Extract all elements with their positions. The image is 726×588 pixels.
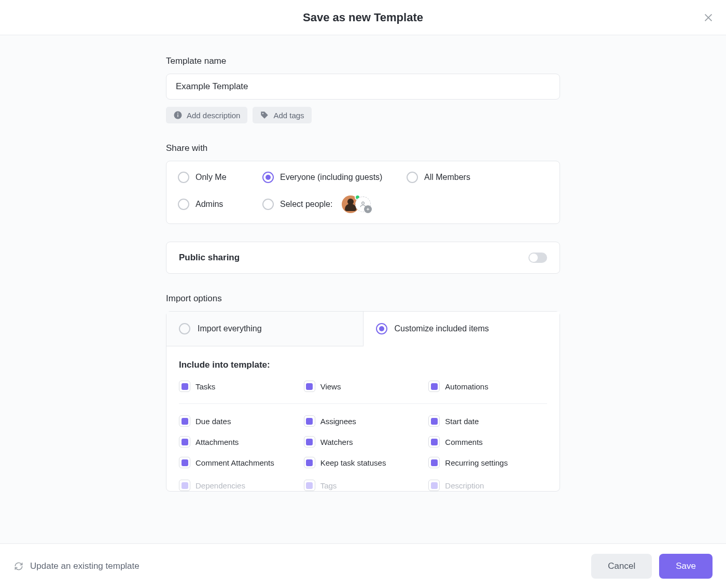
radio-icon [262,172,274,183]
checkbox-icon [179,480,190,491]
import-options-label: Import options [166,293,560,304]
add-tags-button[interactable]: Add tags [253,107,311,123]
radio-icon [179,323,190,334]
import-everything-tab[interactable]: Import everything [166,312,364,346]
refresh-icon [13,561,24,571]
include-checkbox-label: Tasks [196,382,215,391]
include-checkbox-description[interactable]: Description [428,480,547,491]
share-only-me[interactable]: Only Me [178,172,258,183]
share-all-members[interactable]: All Members [407,172,548,183]
share-everyone[interactable]: Everyone (including guests) [262,172,402,183]
checkbox-icon [179,381,190,392]
public-sharing-card: Public sharing [166,242,560,274]
radio-icon [262,199,274,210]
include-checkbox-due_dates[interactable]: Due dates [179,415,298,427]
checkbox-icon [428,480,440,491]
share-all-members-label: All Members [424,173,470,182]
save-button[interactable]: Save [659,554,713,579]
radio-icon [178,172,189,183]
include-items-grid: Due datesAssigneesStart dateAttachmentsW… [179,415,547,480]
include-checkbox-label: Watchers [320,438,353,446]
radio-icon [407,172,418,183]
plus-badge-icon [364,205,372,213]
include-checkbox-label: Tags [320,481,337,490]
public-sharing-label: Public sharing [179,253,240,263]
include-checkbox-label: Description [445,481,484,490]
include-checkbox-comment_attachments[interactable]: Comment Attachments [179,457,298,468]
modal-header: Save as new Template [0,0,726,35]
include-checkbox-label: Start date [445,417,479,426]
include-checkbox-watchers[interactable]: Watchers [304,436,423,447]
include-checkbox-label: Recurring settings [445,458,508,467]
include-checkbox-label: Automations [445,382,488,391]
include-checkbox-views[interactable]: Views [304,381,423,392]
add-description-label: Add description [187,111,240,120]
info-icon [173,110,183,120]
modal-title: Save as new Template [303,11,423,24]
include-dim-row: DependenciesTagsDescription [179,480,547,491]
include-checkbox-recurring_settings[interactable]: Recurring settings [428,457,547,468]
save-template-modal: Save as new Template Template name Add d… [0,0,726,588]
include-checkbox-tags[interactable]: Tags [304,480,423,491]
toggle-knob-icon [529,254,538,262]
public-sharing-toggle[interactable] [528,253,547,263]
close-icon [703,12,714,23]
update-existing-label: Update an existing template [30,561,139,571]
modal-body: Template name Add description Add tags S… [0,35,726,588]
include-checkbox-automations[interactable]: Automations [428,381,547,392]
share-admins[interactable]: Admins [178,199,258,210]
checkbox-icon [304,457,315,468]
checkbox-icon [179,457,190,468]
include-checkbox-label: Comments [445,438,483,446]
selected-people [342,195,371,213]
svg-point-5 [262,113,263,114]
import-everything-label: Import everything [198,324,262,333]
include-checkbox-comments[interactable]: Comments [428,436,547,447]
include-top-row: TasksViewsAutomations [179,381,547,404]
include-checkbox-label: Assignees [320,417,356,426]
checkbox-icon [428,436,440,447]
svg-point-4 [177,113,178,114]
include-checkbox-dependencies[interactable]: Dependencies [179,480,298,491]
include-checkbox-label: Comment Attachments [196,458,274,467]
include-title: Include into template: [179,360,547,370]
import-options-card: Import everything Customize included ite… [166,311,560,492]
tag-icon [260,110,269,120]
modal-footer: Update an existing template Cancel Save [0,543,726,588]
checkbox-icon [428,457,440,468]
checkbox-icon [304,436,315,447]
checkbox-icon [428,415,440,427]
svg-rect-3 [177,115,178,117]
include-checkbox-label: Attachments [196,438,239,446]
include-checkbox-label: Keep task statuses [320,458,386,467]
include-checkbox-assignees[interactable]: Assignees [304,415,423,427]
customize-items-label: Customize included items [395,324,489,333]
template-name-label: Template name [166,56,560,66]
checkbox-icon [179,436,190,447]
add-tags-label: Add tags [273,111,304,120]
add-person-button[interactable] [355,197,371,212]
update-existing-template-button[interactable]: Update an existing template [13,561,139,571]
checkbox-icon [304,381,315,392]
share-only-me-label: Only Me [196,173,227,182]
share-select-people[interactable]: Select people: [262,199,332,210]
include-checkbox-keep_task_statuses[interactable]: Keep task statuses [304,457,423,468]
checkbox-icon [304,480,315,491]
share-everyone-label: Everyone (including guests) [280,173,382,182]
checkbox-icon [428,381,440,392]
share-with-card: Only Me Everyone (including guests) All … [166,161,560,224]
checkbox-icon [179,415,190,427]
radio-icon [376,323,387,334]
template-name-input[interactable] [166,74,560,100]
include-checkbox-attachments[interactable]: Attachments [179,436,298,447]
share-admins-label: Admins [196,200,223,209]
share-select-people-label: Select people: [280,200,332,209]
add-description-button[interactable]: Add description [166,107,247,123]
cancel-button[interactable]: Cancel [591,554,652,579]
radio-icon [178,199,189,210]
include-checkbox-label: Dependencies [196,481,245,490]
include-checkbox-start_date[interactable]: Start date [428,415,547,427]
close-button[interactable] [701,10,716,25]
customize-items-tab[interactable]: Customize included items [364,312,560,346]
include-checkbox-tasks[interactable]: Tasks [179,381,298,392]
